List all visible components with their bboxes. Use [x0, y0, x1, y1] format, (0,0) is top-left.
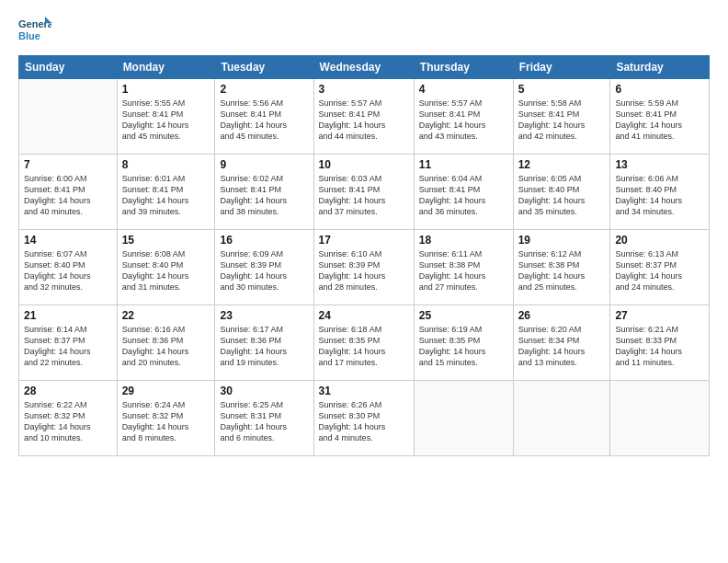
day-number: 2	[220, 83, 308, 96]
day-number: 1	[122, 83, 210, 96]
day-number: 19	[518, 234, 606, 247]
day-info: Sunrise: 6:16 AM Sunset: 8:36 PM Dayligh…	[122, 324, 210, 369]
day-info: Sunrise: 6:09 AM Sunset: 8:39 PM Dayligh…	[220, 248, 308, 293]
day-number: 10	[319, 158, 409, 171]
calendar-cell: 15Sunrise: 6:08 AM Sunset: 8:40 PM Dayli…	[117, 230, 215, 305]
day-info: Sunrise: 6:07 AM Sunset: 8:40 PM Dayligh…	[24, 248, 112, 293]
calendar-cell: 16Sunrise: 6:09 AM Sunset: 8:39 PM Dayli…	[215, 230, 313, 305]
calendar-cell: 5Sunrise: 5:58 AM Sunset: 8:41 PM Daylig…	[513, 79, 610, 155]
calendar-cell: 29Sunrise: 6:24 AM Sunset: 8:32 PM Dayli…	[117, 381, 215, 456]
calendar-cell: 11Sunrise: 6:04 AM Sunset: 8:41 PM Dayli…	[414, 155, 513, 230]
calendar-cell: 13Sunrise: 6:06 AM Sunset: 8:40 PM Dayli…	[610, 155, 710, 230]
calendar-cell	[610, 381, 710, 456]
day-info: Sunrise: 6:04 AM Sunset: 8:41 PM Dayligh…	[419, 173, 508, 218]
day-number: 5	[518, 83, 606, 96]
calendar-cell: 31Sunrise: 6:26 AM Sunset: 8:30 PM Dayli…	[313, 381, 414, 456]
day-number: 18	[419, 234, 508, 247]
day-info: Sunrise: 6:26 AM Sunset: 8:30 PM Dayligh…	[319, 399, 409, 444]
day-number: 3	[319, 83, 409, 96]
day-number: 16	[220, 234, 308, 247]
calendar-page: General Blue SundayMondayTuesdayWednesda…	[0, 0, 728, 563]
day-number: 8	[122, 158, 210, 171]
calendar-cell: 8Sunrise: 6:01 AM Sunset: 8:41 PM Daylig…	[117, 155, 215, 230]
logo-svg: General Blue	[18, 15, 51, 48]
header-wednesday: Wednesday	[313, 56, 414, 79]
calendar-cell: 28Sunrise: 6:22 AM Sunset: 8:32 PM Dayli…	[19, 381, 118, 456]
day-info: Sunrise: 5:57 AM Sunset: 8:41 PM Dayligh…	[419, 98, 508, 143]
calendar-cell: 24Sunrise: 6:18 AM Sunset: 8:35 PM Dayli…	[313, 305, 414, 381]
day-number: 14	[24, 234, 112, 247]
day-info: Sunrise: 6:05 AM Sunset: 8:40 PM Dayligh…	[518, 173, 606, 218]
header: General Blue	[18, 15, 710, 48]
day-info: Sunrise: 6:20 AM Sunset: 8:34 PM Dayligh…	[518, 324, 606, 369]
calendar-cell: 25Sunrise: 6:19 AM Sunset: 8:35 PM Dayli…	[414, 305, 513, 381]
day-number: 24	[319, 309, 409, 322]
day-number: 11	[419, 158, 508, 171]
logo: General Blue	[18, 15, 51, 48]
day-info: Sunrise: 6:11 AM Sunset: 8:38 PM Dayligh…	[419, 248, 508, 293]
calendar-cell: 6Sunrise: 5:59 AM Sunset: 8:41 PM Daylig…	[610, 79, 710, 155]
calendar-cell: 26Sunrise: 6:20 AM Sunset: 8:34 PM Dayli…	[513, 305, 610, 381]
day-info: Sunrise: 6:00 AM Sunset: 8:41 PM Dayligh…	[24, 173, 112, 218]
day-info: Sunrise: 6:13 AM Sunset: 8:37 PM Dayligh…	[615, 248, 704, 293]
day-number: 7	[24, 158, 112, 171]
calendar-cell: 9Sunrise: 6:02 AM Sunset: 8:41 PM Daylig…	[215, 155, 313, 230]
day-info: Sunrise: 6:25 AM Sunset: 8:31 PM Dayligh…	[220, 399, 308, 444]
day-info: Sunrise: 6:19 AM Sunset: 8:35 PM Dayligh…	[419, 324, 508, 369]
week-row-3: 21Sunrise: 6:14 AM Sunset: 8:37 PM Dayli…	[19, 305, 710, 381]
day-number: 17	[319, 234, 409, 247]
day-number: 27	[615, 309, 704, 322]
calendar-cell: 3Sunrise: 5:57 AM Sunset: 8:41 PM Daylig…	[313, 79, 414, 155]
day-number: 6	[615, 83, 704, 96]
week-row-0: 1Sunrise: 5:55 AM Sunset: 8:41 PM Daylig…	[19, 79, 710, 155]
day-info: Sunrise: 5:56 AM Sunset: 8:41 PM Dayligh…	[220, 98, 308, 143]
week-row-4: 28Sunrise: 6:22 AM Sunset: 8:32 PM Dayli…	[19, 381, 710, 456]
day-number: 21	[24, 309, 112, 322]
day-info: Sunrise: 5:58 AM Sunset: 8:41 PM Dayligh…	[518, 98, 606, 143]
calendar-cell: 17Sunrise: 6:10 AM Sunset: 8:39 PM Dayli…	[313, 230, 414, 305]
header-row: SundayMondayTuesdayWednesdayThursdayFrid…	[19, 56, 710, 79]
day-info: Sunrise: 5:59 AM Sunset: 8:41 PM Dayligh…	[615, 98, 704, 143]
day-number: 12	[518, 158, 606, 171]
calendar-cell: 30Sunrise: 6:25 AM Sunset: 8:31 PM Dayli…	[215, 381, 313, 456]
day-info: Sunrise: 5:55 AM Sunset: 8:41 PM Dayligh…	[122, 98, 210, 143]
week-row-2: 14Sunrise: 6:07 AM Sunset: 8:40 PM Dayli…	[19, 230, 710, 305]
calendar-cell: 20Sunrise: 6:13 AM Sunset: 8:37 PM Dayli…	[610, 230, 710, 305]
day-number: 4	[419, 83, 508, 96]
header-friday: Friday	[513, 56, 610, 79]
day-number: 30	[220, 385, 308, 397]
day-info: Sunrise: 6:17 AM Sunset: 8:36 PM Dayligh…	[220, 324, 308, 369]
calendar-cell: 21Sunrise: 6:14 AM Sunset: 8:37 PM Dayli…	[19, 305, 118, 381]
day-number: 28	[24, 385, 112, 397]
calendar-cell: 1Sunrise: 5:55 AM Sunset: 8:41 PM Daylig…	[117, 79, 215, 155]
calendar-cell: 18Sunrise: 6:11 AM Sunset: 8:38 PM Dayli…	[414, 230, 513, 305]
day-info: Sunrise: 6:14 AM Sunset: 8:37 PM Dayligh…	[24, 324, 112, 369]
header-tuesday: Tuesday	[215, 56, 313, 79]
calendar-cell: 22Sunrise: 6:16 AM Sunset: 8:36 PM Dayli…	[117, 305, 215, 381]
header-monday: Monday	[117, 56, 215, 79]
day-number: 23	[220, 309, 308, 322]
day-info: Sunrise: 6:21 AM Sunset: 8:33 PM Dayligh…	[615, 324, 704, 369]
day-info: Sunrise: 6:10 AM Sunset: 8:39 PM Dayligh…	[319, 248, 409, 293]
day-info: Sunrise: 6:18 AM Sunset: 8:35 PM Dayligh…	[319, 324, 409, 369]
day-number: 15	[122, 234, 210, 247]
calendar-cell: 12Sunrise: 6:05 AM Sunset: 8:40 PM Dayli…	[513, 155, 610, 230]
day-number: 29	[122, 385, 210, 397]
calendar-cell	[414, 381, 513, 456]
calendar-cell: 23Sunrise: 6:17 AM Sunset: 8:36 PM Dayli…	[215, 305, 313, 381]
calendar-table: SundayMondayTuesdayWednesdayThursdayFrid…	[18, 55, 710, 456]
svg-text:Blue: Blue	[18, 30, 40, 41]
calendar-cell: 14Sunrise: 6:07 AM Sunset: 8:40 PM Dayli…	[19, 230, 118, 305]
day-number: 31	[319, 385, 409, 397]
calendar-cell	[513, 381, 610, 456]
calendar-cell	[19, 79, 118, 155]
header-sunday: Sunday	[19, 56, 118, 79]
day-info: Sunrise: 6:01 AM Sunset: 8:41 PM Dayligh…	[122, 173, 210, 218]
day-number: 20	[615, 234, 704, 247]
calendar-cell: 4Sunrise: 5:57 AM Sunset: 8:41 PM Daylig…	[414, 79, 513, 155]
day-number: 13	[615, 158, 704, 171]
calendar-cell: 7Sunrise: 6:00 AM Sunset: 8:41 PM Daylig…	[19, 155, 118, 230]
day-info: Sunrise: 6:08 AM Sunset: 8:40 PM Dayligh…	[122, 248, 210, 293]
day-number: 26	[518, 309, 606, 322]
day-info: Sunrise: 6:03 AM Sunset: 8:41 PM Dayligh…	[319, 173, 409, 218]
